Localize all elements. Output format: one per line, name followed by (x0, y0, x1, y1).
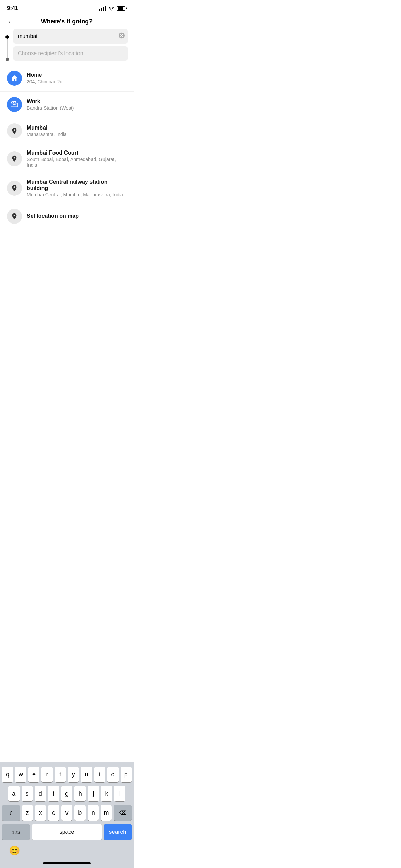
status-icons (99, 6, 127, 11)
wifi-icon (108, 6, 114, 11)
pin-icon-circle (7, 151, 22, 166)
origin-input-box[interactable] (13, 29, 128, 44)
work-icon (11, 101, 18, 108)
location-text: Mumbai Food Court South Bopal, Bopal, Ah… (27, 150, 127, 168)
home-icon-circle (7, 71, 22, 86)
route-dots (5, 29, 13, 61)
page-title: Where's it going? (41, 18, 93, 25)
location-text: Mumbai Maharashtra, India (27, 125, 127, 137)
pin-icon-circle (7, 209, 22, 224)
location-name: Mumbai Food Court (27, 150, 127, 156)
home-icon (11, 74, 18, 82)
location-pin-icon (11, 213, 18, 220)
work-icon-circle (7, 97, 22, 112)
location-text: Mumbai Central railway station building … (27, 179, 127, 197)
location-pin-icon (11, 155, 18, 162)
list-item[interactable]: Set location on map (0, 203, 134, 229)
list-item[interactable]: Mumbai Food Court South Bopal, Bopal, Ah… (0, 144, 134, 173)
destination-dot (6, 58, 9, 61)
location-name: Mumbai Central railway station building (27, 179, 127, 191)
location-name: Home (27, 72, 127, 78)
destination-input-box[interactable]: Choose recipient's location (13, 46, 128, 61)
origin-input[interactable] (18, 33, 114, 39)
pin-icon-circle (7, 181, 22, 196)
location-address: Bandra Station (West) (27, 105, 127, 111)
location-text: Home 204, Chimbai Rd (27, 72, 127, 84)
list-item[interactable]: Mumbai Central railway station building … (0, 173, 134, 203)
signal-icon (99, 6, 106, 11)
location-name: Mumbai (27, 125, 127, 131)
status-bar: 9:41 (0, 0, 134, 14)
location-pin-icon (11, 184, 18, 192)
status-time: 9:41 (7, 5, 18, 12)
battery-icon (117, 6, 127, 11)
location-text: Set location on map (27, 213, 127, 220)
search-inputs-area: Choose recipient's location (0, 29, 134, 61)
location-address: 204, Chimbai Rd (27, 79, 127, 84)
header: ← Where's it going? (0, 14, 134, 29)
location-list: Home 204, Chimbai Rd Work Bandra Station… (0, 65, 134, 229)
destination-placeholder: Choose recipient's location (18, 50, 83, 56)
route-line (7, 39, 8, 58)
location-name: Work (27, 98, 127, 105)
location-name: Set location on map (27, 213, 127, 219)
input-fields: Choose recipient's location (13, 29, 128, 61)
location-address: Maharashtra, India (27, 132, 127, 137)
origin-dot (5, 35, 9, 39)
back-button[interactable]: ← (7, 17, 14, 26)
pin-icon-circle (7, 123, 22, 138)
clear-button[interactable] (119, 33, 125, 40)
list-item[interactable]: Home 204, Chimbai Rd (0, 65, 134, 92)
list-item[interactable]: Mumbai Maharashtra, India (0, 118, 134, 144)
location-text: Work Bandra Station (West) (27, 98, 127, 111)
location-pin-icon (11, 127, 18, 135)
list-item[interactable]: Work Bandra Station (West) (0, 92, 134, 118)
location-address: Mumbai Central, Mumbai, Maharashtra, Ind… (27, 192, 127, 197)
location-address: South Bopal, Bopal, Ahmedabad, Gujarat, … (27, 157, 127, 168)
